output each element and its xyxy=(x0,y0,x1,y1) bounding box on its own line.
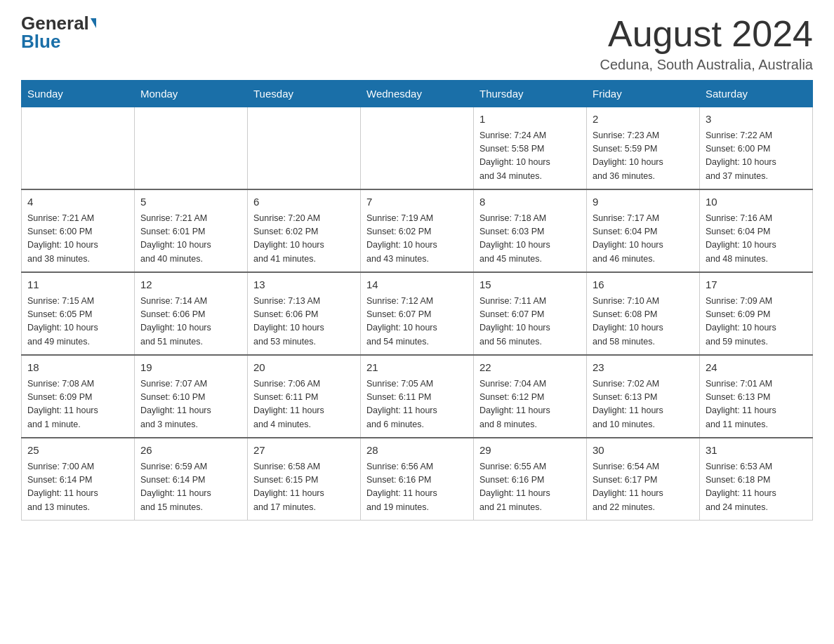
day-number: 23 xyxy=(593,360,694,376)
day-number: 6 xyxy=(253,194,355,210)
calendar-cell: 22Sunrise: 7:04 AMSunset: 6:12 PMDayligh… xyxy=(474,355,587,438)
day-number: 7 xyxy=(366,194,468,210)
day-number: 10 xyxy=(706,194,807,210)
calendar-cell: 10Sunrise: 7:16 AMSunset: 6:04 PMDayligh… xyxy=(700,189,813,272)
day-info: Sunrise: 7:00 AMSunset: 6:14 PMDaylight:… xyxy=(27,460,128,515)
day-number: 28 xyxy=(366,443,468,459)
calendar-cell xyxy=(135,107,248,190)
day-number: 17 xyxy=(706,277,807,293)
calendar-week-row-4: 18Sunrise: 7:08 AMSunset: 6:09 PMDayligh… xyxy=(22,355,813,438)
calendar-cell: 30Sunrise: 6:54 AMSunset: 6:17 PMDayligh… xyxy=(587,438,700,521)
calendar-cell: 3Sunrise: 7:22 AMSunset: 6:00 PMDaylight… xyxy=(700,107,813,190)
day-number: 18 xyxy=(27,360,128,376)
day-info: Sunrise: 7:24 AMSunset: 5:58 PMDaylight:… xyxy=(479,129,581,184)
weekday-header-row: SundayMondayTuesdayWednesdayThursdayFrid… xyxy=(22,81,813,107)
weekday-header-sunday: Sunday xyxy=(22,81,135,107)
weekday-header-monday: Monday xyxy=(135,81,248,107)
calendar-cell: 21Sunrise: 7:05 AMSunset: 6:11 PMDayligh… xyxy=(361,355,474,438)
calendar-week-row-1: 1Sunrise: 7:24 AMSunset: 5:58 PMDaylight… xyxy=(22,107,813,190)
calendar-cell: 23Sunrise: 7:02 AMSunset: 6:13 PMDayligh… xyxy=(587,355,700,438)
calendar-cell: 15Sunrise: 7:11 AMSunset: 6:07 PMDayligh… xyxy=(474,272,587,355)
calendar-cell: 27Sunrise: 6:58 AMSunset: 6:15 PMDayligh… xyxy=(248,438,361,521)
day-info: Sunrise: 7:12 AMSunset: 6:07 PMDaylight:… xyxy=(366,295,468,349)
calendar-cell: 31Sunrise: 6:53 AMSunset: 6:18 PMDayligh… xyxy=(700,438,813,521)
weekday-header-saturday: Saturday xyxy=(700,81,813,107)
day-number: 25 xyxy=(27,443,128,459)
logo-general-text: General xyxy=(21,14,89,32)
day-info: Sunrise: 6:53 AMSunset: 6:18 PMDaylight:… xyxy=(706,460,807,515)
day-info: Sunrise: 7:07 AMSunset: 6:10 PMDaylight:… xyxy=(140,377,241,432)
calendar-week-row-2: 4Sunrise: 7:21 AMSunset: 6:00 PMDaylight… xyxy=(22,189,813,272)
calendar-cell: 24Sunrise: 7:01 AMSunset: 6:13 PMDayligh… xyxy=(700,355,813,438)
day-number: 26 xyxy=(140,443,241,459)
day-number: 21 xyxy=(366,360,468,376)
calendar-cell: 4Sunrise: 7:21 AMSunset: 6:00 PMDaylight… xyxy=(22,189,135,272)
calendar-cell: 18Sunrise: 7:08 AMSunset: 6:09 PMDayligh… xyxy=(22,355,135,438)
calendar-week-row-5: 25Sunrise: 7:00 AMSunset: 6:14 PMDayligh… xyxy=(22,438,813,521)
day-info: Sunrise: 7:06 AMSunset: 6:11 PMDaylight:… xyxy=(253,377,355,432)
day-number: 20 xyxy=(253,360,355,376)
day-info: Sunrise: 7:11 AMSunset: 6:07 PMDaylight:… xyxy=(479,295,581,349)
day-number: 29 xyxy=(479,443,581,459)
day-number: 27 xyxy=(253,443,355,459)
calendar-subtitle: Ceduna, South Australia, Australia xyxy=(600,57,813,73)
day-info: Sunrise: 7:05 AMSunset: 6:11 PMDaylight:… xyxy=(366,377,468,432)
day-number: 19 xyxy=(140,360,241,376)
calendar-cell: 2Sunrise: 7:23 AMSunset: 5:59 PMDaylight… xyxy=(587,107,700,190)
logo: General Blue xyxy=(21,14,96,51)
logo-blue-text: Blue xyxy=(21,32,60,51)
day-info: Sunrise: 6:55 AMSunset: 6:16 PMDaylight:… xyxy=(479,460,581,515)
header: General Blue August 2024 Ceduna, South A… xyxy=(21,14,813,73)
calendar-cell: 13Sunrise: 7:13 AMSunset: 6:06 PMDayligh… xyxy=(248,272,361,355)
calendar-cell: 20Sunrise: 7:06 AMSunset: 6:11 PMDayligh… xyxy=(248,355,361,438)
day-info: Sunrise: 7:21 AMSunset: 6:01 PMDaylight:… xyxy=(140,212,241,267)
day-info: Sunrise: 7:16 AMSunset: 6:04 PMDaylight:… xyxy=(706,212,807,267)
calendar-cell: 14Sunrise: 7:12 AMSunset: 6:07 PMDayligh… xyxy=(361,272,474,355)
calendar-week-row-3: 11Sunrise: 7:15 AMSunset: 6:05 PMDayligh… xyxy=(22,272,813,355)
calendar-cell: 16Sunrise: 7:10 AMSunset: 6:08 PMDayligh… xyxy=(587,272,700,355)
calendar-cell xyxy=(248,107,361,190)
calendar-cell: 26Sunrise: 6:59 AMSunset: 6:14 PMDayligh… xyxy=(135,438,248,521)
calendar-cell: 19Sunrise: 7:07 AMSunset: 6:10 PMDayligh… xyxy=(135,355,248,438)
calendar-cell: 25Sunrise: 7:00 AMSunset: 6:14 PMDayligh… xyxy=(22,438,135,521)
day-info: Sunrise: 6:59 AMSunset: 6:14 PMDaylight:… xyxy=(140,460,241,515)
day-info: Sunrise: 7:20 AMSunset: 6:02 PMDaylight:… xyxy=(253,212,355,267)
day-info: Sunrise: 7:09 AMSunset: 6:09 PMDaylight:… xyxy=(706,295,807,349)
calendar-cell: 8Sunrise: 7:18 AMSunset: 6:03 PMDaylight… xyxy=(474,189,587,272)
day-number: 5 xyxy=(140,194,241,210)
calendar-cell: 11Sunrise: 7:15 AMSunset: 6:05 PMDayligh… xyxy=(22,272,135,355)
day-number: 30 xyxy=(593,443,694,459)
weekday-header-friday: Friday xyxy=(587,81,700,107)
day-info: Sunrise: 6:56 AMSunset: 6:16 PMDaylight:… xyxy=(366,460,468,515)
calendar-cell: 1Sunrise: 7:24 AMSunset: 5:58 PMDaylight… xyxy=(474,107,587,190)
day-number: 4 xyxy=(27,194,128,210)
day-info: Sunrise: 7:21 AMSunset: 6:00 PMDaylight:… xyxy=(27,212,128,267)
day-info: Sunrise: 7:22 AMSunset: 6:00 PMDaylight:… xyxy=(706,129,807,184)
day-info: Sunrise: 7:13 AMSunset: 6:06 PMDaylight:… xyxy=(253,295,355,349)
calendar-cell: 28Sunrise: 6:56 AMSunset: 6:16 PMDayligh… xyxy=(361,438,474,521)
day-number: 11 xyxy=(27,277,128,293)
day-info: Sunrise: 7:23 AMSunset: 5:59 PMDaylight:… xyxy=(593,129,694,184)
calendar-cell: 17Sunrise: 7:09 AMSunset: 6:09 PMDayligh… xyxy=(700,272,813,355)
day-number: 3 xyxy=(706,112,807,128)
day-info: Sunrise: 7:17 AMSunset: 6:04 PMDaylight:… xyxy=(593,212,694,267)
day-info: Sunrise: 7:18 AMSunset: 6:03 PMDaylight:… xyxy=(479,212,581,267)
day-number: 22 xyxy=(479,360,581,376)
day-info: Sunrise: 7:14 AMSunset: 6:06 PMDaylight:… xyxy=(140,295,241,349)
day-info: Sunrise: 7:10 AMSunset: 6:08 PMDaylight:… xyxy=(593,295,694,349)
weekday-header-thursday: Thursday xyxy=(474,81,587,107)
calendar-title: August 2024 xyxy=(600,14,813,54)
day-number: 2 xyxy=(593,112,694,128)
day-number: 9 xyxy=(593,194,694,210)
day-info: Sunrise: 6:58 AMSunset: 6:15 PMDaylight:… xyxy=(253,460,355,515)
day-number: 14 xyxy=(366,277,468,293)
calendar-cell: 6Sunrise: 7:20 AMSunset: 6:02 PMDaylight… xyxy=(248,189,361,272)
calendar-cell: 9Sunrise: 7:17 AMSunset: 6:04 PMDaylight… xyxy=(587,189,700,272)
day-info: Sunrise: 7:02 AMSunset: 6:13 PMDaylight:… xyxy=(593,377,694,432)
day-number: 16 xyxy=(593,277,694,293)
calendar-cell: 7Sunrise: 7:19 AMSunset: 6:02 PMDaylight… xyxy=(361,189,474,272)
calendar-cell: 29Sunrise: 6:55 AMSunset: 6:16 PMDayligh… xyxy=(474,438,587,521)
title-section: August 2024 Ceduna, South Australia, Aus… xyxy=(600,14,813,73)
day-number: 1 xyxy=(479,112,581,128)
day-info: Sunrise: 7:15 AMSunset: 6:05 PMDaylight:… xyxy=(27,295,128,349)
